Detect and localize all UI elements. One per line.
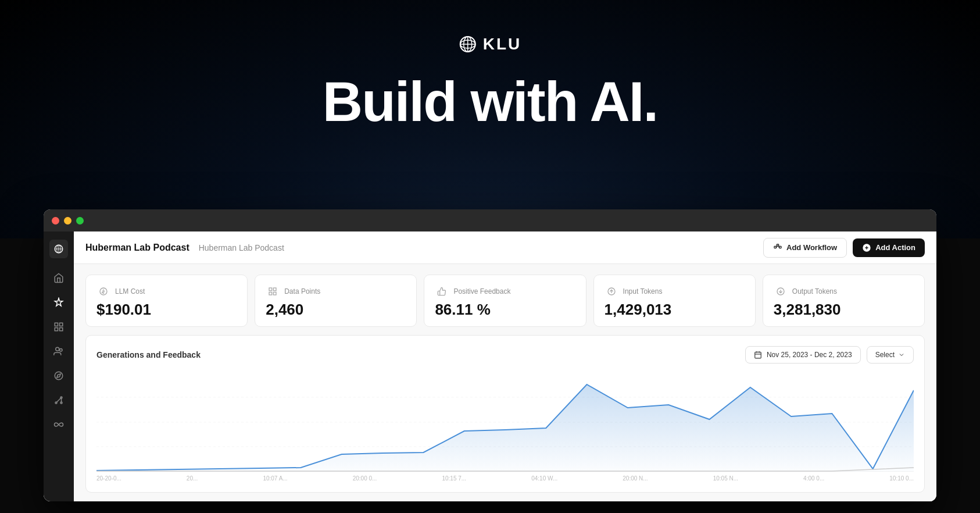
sidebar-item-layout[interactable] [48, 316, 69, 337]
sidebar-item-users[interactable] [48, 341, 69, 362]
arrow-up-icon [605, 284, 618, 298]
x-label-5: 04:10 W... [531, 475, 557, 482]
stat-value: 1,429,013 [605, 302, 745, 317]
stat-header: Output Tokens [774, 284, 914, 298]
x-label-0: 20-20-0... [96, 475, 121, 482]
stat-card-4: Output Tokens 3,281,830 [763, 275, 925, 327]
stat-label: Positive Feedback [453, 287, 510, 295]
chart-area [96, 373, 914, 472]
maximize-button[interactable] [76, 217, 84, 225]
breadcrumb: Huberman Lab Podcast [199, 243, 284, 252]
x-label-4: 10:15 7... [442, 475, 466, 482]
x-label-6: 20:00 N... [623, 475, 648, 482]
sidebar-item-ai[interactable] [48, 292, 69, 313]
plus-icon [862, 243, 871, 252]
svg-rect-35 [274, 288, 277, 291]
sidebar-item-branch[interactable] [48, 390, 69, 411]
x-label-7: 10:05 N... [713, 475, 738, 482]
close-button[interactable] [52, 217, 59, 225]
sidebar-item-compass[interactable] [48, 365, 69, 386]
svg-rect-37 [274, 292, 277, 295]
app-window: Huberman Lab Podcast Huberman Lab Podcas… [44, 209, 936, 501]
logo-area: KLU [459, 35, 522, 54]
stats-row: LLM Cost $190.01 Data Points 2,460 Posit… [74, 264, 936, 335]
stat-label: Output Tokens [792, 287, 837, 295]
add-workflow-button[interactable]: Add Workflow [763, 238, 847, 258]
stat-header: Data Points [266, 284, 406, 298]
top-header: Huberman Lab Podcast Huberman Lab Podcas… [74, 231, 936, 264]
stat-value: 3,281,830 [774, 302, 914, 317]
logo-text: KLU [483, 35, 522, 54]
sidebar-item-infinity[interactable] [48, 414, 69, 435]
svg-rect-10 [60, 323, 63, 326]
add-action-button[interactable]: Add Action [853, 238, 925, 257]
sidebar-logo[interactable] [49, 240, 68, 258]
chart-header: Generations and Feedback Nov 25, 2023 - … [96, 346, 914, 364]
stat-label: LLM Cost [115, 287, 145, 295]
x-label-1: 20... [187, 475, 198, 482]
svg-rect-9 [55, 323, 58, 326]
hero-headline: Build with AI. [323, 70, 657, 134]
date-range-button[interactable]: Nov 25, 2023 - Dec 2, 2023 [745, 346, 861, 364]
thumb-icon [435, 284, 449, 298]
stat-header: Input Tokens [605, 284, 745, 298]
stat-card-0: LLM Cost $190.01 [85, 275, 248, 327]
x-label-9: 10:10 0... [889, 475, 914, 482]
chart-controls: Nov 25, 2023 - Dec 2, 2023 Select [745, 346, 914, 364]
stat-value: $190.01 [96, 302, 237, 317]
svg-rect-12 [60, 328, 63, 331]
app-body: Huberman Lab Podcast Huberman Lab Podcas… [44, 231, 936, 501]
x-label-2: 10:07 A... [263, 475, 287, 482]
svg-rect-36 [269, 292, 272, 295]
svg-marker-16 [57, 374, 60, 377]
svg-point-13 [56, 347, 59, 351]
stat-header: Positive Feedback [435, 284, 575, 298]
chart-select-button[interactable]: Select [867, 346, 914, 364]
dollar-icon [96, 284, 110, 298]
svg-rect-11 [55, 328, 58, 331]
stat-value: 86.11 % [435, 302, 575, 317]
calendar-icon [754, 351, 762, 359]
header-actions: Add Workflow Add Action [763, 238, 925, 258]
arrow-down-icon [774, 284, 788, 298]
workflow-icon [773, 243, 782, 252]
chart-section: Generations and Feedback Nov 25, 2023 - … [85, 335, 925, 493]
stat-card-2: Positive Feedback 86.11 % [424, 275, 586, 327]
stat-label: Input Tokens [623, 287, 663, 295]
x-label-3: 20:00 0... [353, 475, 377, 482]
stat-header: LLM Cost [96, 284, 237, 298]
minimize-button[interactable] [64, 217, 71, 225]
stat-label: Data Points [284, 287, 320, 295]
stat-value: 2,460 [266, 302, 406, 317]
sidebar-item-home[interactable] [48, 268, 69, 288]
klu-logo-icon [459, 35, 477, 54]
stat-card-1: Data Points 2,460 [255, 275, 417, 327]
svg-point-14 [60, 349, 63, 352]
grid-icon [266, 284, 280, 298]
main-content: Huberman Lab Podcast Huberman Lab Podcas… [74, 231, 936, 501]
chevron-down-icon [898, 351, 905, 358]
svg-rect-34 [269, 288, 272, 291]
window-titlebar [44, 209, 936, 231]
svg-rect-42 [755, 352, 761, 358]
chart-svg [96, 373, 914, 472]
chart-title: Generations and Feedback [96, 350, 201, 359]
x-axis: 20-20-0...20...10:07 A...20:00 0...10:15… [96, 472, 914, 482]
svg-point-15 [55, 372, 63, 380]
sidebar [44, 231, 74, 501]
x-label-8: 4:00 0... [803, 475, 824, 482]
page-title: Huberman Lab Podcast [85, 243, 189, 253]
stat-card-3: Input Tokens 1,429,013 [593, 275, 756, 327]
